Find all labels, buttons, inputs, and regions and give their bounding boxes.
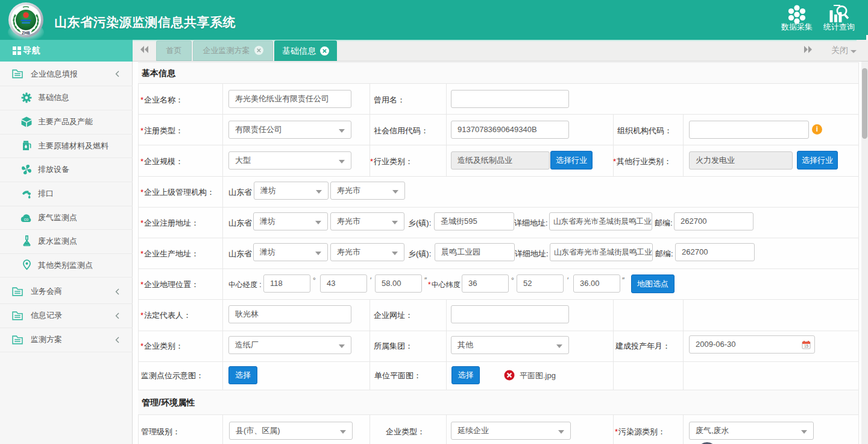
svg-text:15: 15 xyxy=(804,344,809,348)
svg-text:ZHB: ZHB xyxy=(22,31,30,35)
svg-text:co: co xyxy=(24,217,29,221)
